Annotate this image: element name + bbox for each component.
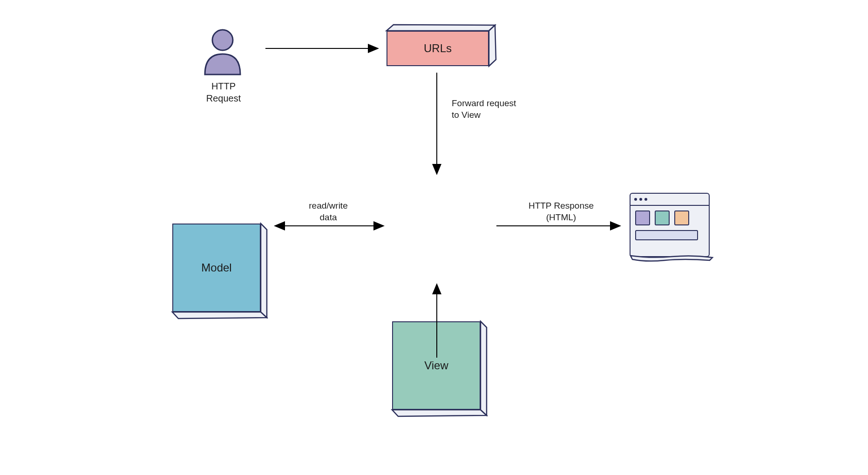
forward-request-label: Forward request to View bbox=[452, 98, 540, 121]
browser-header bbox=[631, 194, 709, 206]
model-box: Model bbox=[172, 224, 270, 321]
actor-label-line2: Request bbox=[206, 93, 241, 103]
browser-bar-icon bbox=[635, 230, 698, 240]
actor-icon bbox=[199, 24, 246, 75]
view-label: View bbox=[424, 359, 448, 372]
svg-marker-2 bbox=[489, 25, 496, 66]
svg-marker-3 bbox=[172, 312, 267, 319]
browser-tile-icon bbox=[635, 210, 650, 225]
readwrite-line2: data bbox=[320, 212, 337, 222]
forward-line1: Forward request bbox=[452, 98, 516, 108]
svg-marker-1 bbox=[387, 25, 495, 31]
svg-point-0 bbox=[212, 30, 233, 50]
browser-body bbox=[631, 206, 709, 245]
response-label: HTTP Response (HTML) bbox=[517, 200, 605, 223]
response-line1: HTTP Response bbox=[529, 201, 594, 210]
urls-label: URLs bbox=[424, 42, 452, 55]
browser-tile-icon bbox=[674, 210, 689, 225]
browser-dot-icon bbox=[634, 198, 637, 201]
browser-dot-icon bbox=[639, 198, 642, 201]
browser-icon bbox=[630, 193, 710, 257]
browser-tile-icon bbox=[655, 210, 670, 225]
svg-marker-6 bbox=[481, 321, 487, 415]
response-line2: (HTML) bbox=[546, 212, 576, 222]
urls-box: URLs bbox=[387, 31, 494, 73]
svg-marker-4 bbox=[261, 224, 267, 318]
forward-line2: to View bbox=[452, 110, 481, 120]
svg-marker-5 bbox=[392, 410, 487, 416]
view-box: View bbox=[392, 321, 490, 419]
browser-dot-icon bbox=[644, 198, 647, 201]
readwrite-line1: read/write bbox=[309, 201, 347, 210]
actor-label-line1: HTTP bbox=[211, 81, 236, 91]
readwrite-label: read/write data bbox=[293, 200, 363, 223]
actor-label: HTTP Request bbox=[184, 80, 263, 104]
model-label: Model bbox=[201, 261, 231, 274]
